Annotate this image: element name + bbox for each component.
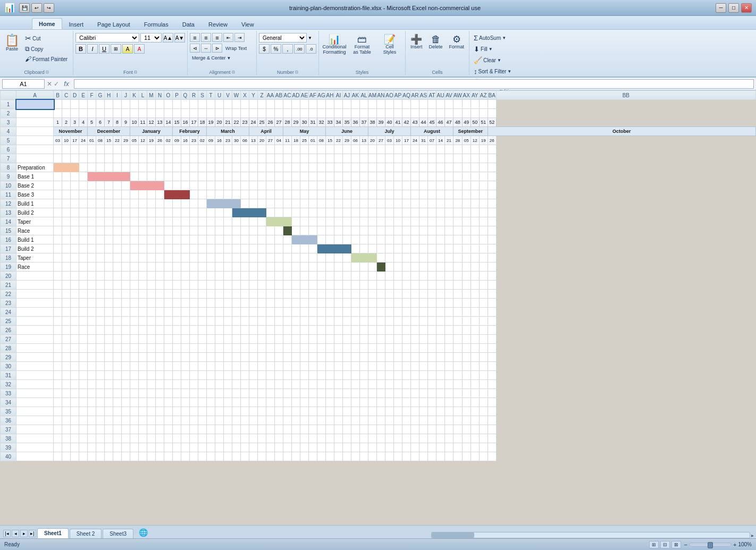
cell-w36-r1[interactable]	[351, 100, 360, 109]
gantt-cell-w45-r15[interactable]	[428, 226, 436, 235]
cell-w6-r26[interactable]	[96, 326, 105, 335]
cell-w12-r23[interactable]	[147, 299, 156, 308]
cell-w31-r7[interactable]	[309, 154, 317, 163]
cell-w24-r28[interactable]	[249, 344, 258, 353]
cell-w8-r37[interactable]	[113, 425, 122, 434]
gantt-cell-w24-r16[interactable]	[249, 235, 258, 244]
cell-w7-r34[interactable]	[105, 398, 113, 407]
cell-w50-r22[interactable]	[471, 290, 479, 299]
cell-w42-r33[interactable]	[402, 389, 411, 398]
gantt-cell-w15-r11[interactable]	[173, 190, 181, 199]
cell-w43-r38[interactable]	[411, 434, 419, 443]
cell-w37-r30[interactable]	[360, 362, 368, 371]
cell-w26-r30[interactable]	[266, 362, 275, 371]
sheet-nav-next[interactable]: ▸	[20, 530, 28, 537]
cell-w14-r1[interactable]	[164, 100, 173, 109]
cell-w8-r20[interactable]	[113, 272, 122, 281]
cell-w10-r30[interactable]	[130, 362, 139, 371]
row-header-27[interactable]: 27	[1, 335, 16, 344]
cell-w52-r40[interactable]	[488, 452, 496, 461]
cell-w8-r29[interactable]	[113, 353, 122, 362]
cell-w29-r6[interactable]	[292, 145, 300, 154]
gantt-cell-w31-r12[interactable]	[309, 199, 317, 208]
cell-w4-r25[interactable]	[79, 317, 88, 326]
cell-w13-r6[interactable]	[156, 145, 164, 154]
cell-w51-r20[interactable]	[479, 272, 488, 281]
cell-w48-r35[interactable]	[453, 407, 463, 416]
cell-w5-r31[interactable]	[88, 371, 96, 380]
gantt-cell-w52-r10[interactable]	[488, 181, 496, 190]
gantt-cell-w52-r13[interactable]	[488, 208, 496, 217]
cell-w10-r28[interactable]	[130, 344, 139, 353]
row-header-39[interactable]: 39	[1, 443, 16, 452]
gantt-cell-w42-r17[interactable]	[402, 244, 411, 253]
tab-view[interactable]: View	[234, 19, 261, 29]
cell-w52-r7[interactable]	[488, 154, 496, 163]
gantt-cell-w19-r11[interactable]	[207, 190, 215, 199]
cell-w32-r20[interactable]	[317, 272, 326, 281]
gantt-cell-w39-r14[interactable]	[377, 217, 385, 226]
cell-w12-r34[interactable]	[147, 398, 156, 407]
gantt-label-r15[interactable]: Race	[16, 226, 54, 235]
cell-w3-r35[interactable]	[71, 407, 79, 416]
tab-data[interactable]: Data	[175, 19, 201, 29]
cell-w22-r36[interactable]	[232, 416, 241, 425]
cell-w17-r27[interactable]	[190, 335, 198, 344]
row-header-40[interactable]: 40	[1, 452, 16, 461]
cell-w17-r35[interactable]	[190, 407, 198, 416]
cell-w19-r38[interactable]	[207, 434, 215, 443]
cell-A21[interactable]	[16, 281, 54, 290]
font-size-select[interactable]: 11	[140, 33, 162, 43]
cell-w29-r20[interactable]	[292, 272, 300, 281]
week-num-4[interactable]: 4	[79, 118, 88, 127]
cell-w36-r21[interactable]	[351, 281, 360, 290]
gantt-cell-w41-r11[interactable]	[394, 190, 402, 199]
cell-w28-r21[interactable]	[283, 281, 292, 290]
cell-w49-r7[interactable]	[462, 154, 471, 163]
cell-w41-r2[interactable]	[394, 109, 402, 118]
cell-w44-r23[interactable]	[419, 299, 428, 308]
cell-A35[interactable]	[16, 407, 54, 416]
cell-w18-r34[interactable]	[198, 398, 207, 407]
gantt-cell-w1-r16[interactable]	[54, 235, 62, 244]
cell-w15-r36[interactable]	[173, 416, 181, 425]
col-header-C[interactable]: C	[62, 91, 71, 100]
cell-w38-r33[interactable]	[368, 389, 377, 398]
cell-w12-r25[interactable]	[147, 317, 156, 326]
gantt-cell-w49-r13[interactable]	[462, 208, 471, 217]
merge-dropdown-icon[interactable]: ▼	[227, 56, 231, 61]
cell-w29-r21[interactable]	[292, 281, 300, 290]
cell-w51-r23[interactable]	[479, 299, 488, 308]
cell-A40[interactable]	[16, 452, 54, 461]
cell-w5-r25[interactable]	[88, 317, 96, 326]
gantt-cell-w38-r19[interactable]	[368, 263, 377, 272]
cell-w4-r40[interactable]	[79, 452, 88, 461]
gantt-cell-w44-r10[interactable]	[419, 181, 428, 190]
gantt-cell-w43-r17[interactable]	[411, 244, 419, 253]
cell-w34-r40[interactable]	[334, 452, 343, 461]
cell-w9-r22[interactable]	[122, 290, 130, 299]
gantt-cell-w23-r14[interactable]	[241, 217, 249, 226]
row-header-26[interactable]: 26	[1, 326, 16, 335]
gantt-cell-w47-r10[interactable]	[445, 181, 453, 190]
cell-w41-r35[interactable]	[394, 407, 402, 416]
gantt-cell-w7-r14[interactable]	[105, 217, 113, 226]
cell-w19-r34[interactable]	[207, 398, 215, 407]
cell-w25-r20[interactable]	[258, 272, 266, 281]
cell-w23-r23[interactable]	[241, 299, 249, 308]
gantt-cell-w46-r9[interactable]	[436, 172, 445, 181]
col-header-AB[interactable]: AB	[275, 91, 283, 100]
cell-w49-r31[interactable]	[462, 371, 471, 380]
cell-w14-r7[interactable]	[164, 154, 173, 163]
cell-w16-r32[interactable]	[181, 380, 190, 389]
gantt-cell-w30-r10[interactable]	[300, 181, 309, 190]
date-cell-29[interactable]: 18	[292, 136, 300, 145]
cell-w39-r34[interactable]	[377, 398, 385, 407]
cell-w43-r24[interactable]	[411, 308, 419, 317]
cell-w10-r29[interactable]	[130, 353, 139, 362]
gantt-cell-w51-r17[interactable]	[479, 244, 488, 253]
gantt-cell-w19-r13[interactable]	[207, 208, 215, 217]
gantt-cell-w8-r17[interactable]	[113, 244, 122, 253]
cell-w32-r33[interactable]	[317, 389, 326, 398]
cell-w16-r37[interactable]	[181, 425, 190, 434]
